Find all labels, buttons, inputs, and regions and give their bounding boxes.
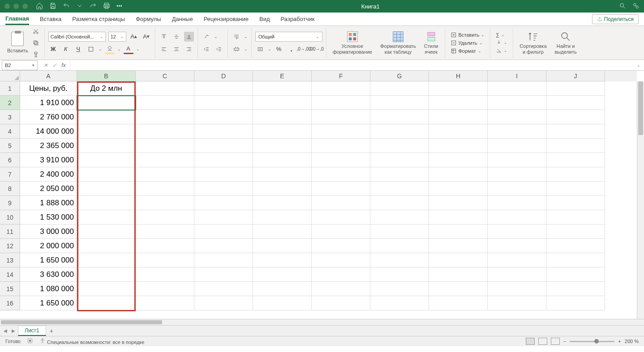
cell[interactable] bbox=[136, 153, 194, 167]
align-center-icon[interactable] bbox=[172, 44, 181, 54]
cell[interactable] bbox=[370, 253, 429, 267]
cell[interactable] bbox=[77, 225, 136, 239]
cell[interactable] bbox=[77, 282, 136, 296]
merge-icon[interactable] bbox=[232, 44, 241, 54]
cell[interactable] bbox=[370, 81, 429, 96]
cell[interactable] bbox=[546, 153, 605, 167]
cell-styles[interactable]: Стилиячеек bbox=[421, 31, 441, 54]
increase-decimal-icon[interactable]: ,0→,00 bbox=[299, 44, 309, 54]
window-controls[interactable] bbox=[4, 4, 28, 9]
font-name-select[interactable]: Calibri (Основной...⌄ bbox=[48, 32, 106, 42]
percent-icon[interactable]: % bbox=[274, 44, 284, 54]
cell[interactable] bbox=[429, 139, 488, 153]
decrease-font-icon[interactable]: A▾ bbox=[142, 32, 151, 42]
cell[interactable] bbox=[370, 153, 429, 167]
cell[interactable] bbox=[194, 196, 253, 210]
cell[interactable] bbox=[77, 124, 136, 139]
autosum[interactable]: ∑⌄ bbox=[494, 31, 509, 38]
cell[interactable] bbox=[253, 267, 312, 282]
cell[interactable] bbox=[136, 124, 194, 139]
row-header[interactable]: 14 bbox=[0, 267, 20, 282]
sort-filter[interactable]: Сортировкаи фильтр bbox=[517, 31, 549, 54]
cell[interactable] bbox=[429, 96, 488, 110]
cell[interactable] bbox=[312, 210, 370, 225]
cell[interactable] bbox=[136, 182, 194, 196]
row-header[interactable]: 15 bbox=[0, 282, 20, 296]
cell[interactable] bbox=[312, 96, 370, 110]
tab-insert[interactable]: Вставка bbox=[40, 14, 61, 24]
zoom-out-icon[interactable]: − bbox=[563, 339, 566, 344]
tab-review[interactable]: Рецензирование bbox=[204, 14, 249, 24]
cell[interactable] bbox=[136, 210, 194, 225]
share-button[interactable]: Поделиться bbox=[592, 14, 639, 24]
cell[interactable]: 1 650 000 bbox=[20, 296, 77, 310]
cell[interactable] bbox=[429, 196, 488, 210]
cell[interactable] bbox=[370, 96, 429, 110]
cell[interactable] bbox=[546, 182, 605, 196]
cell[interactable] bbox=[77, 239, 136, 253]
column-header-F[interactable]: F bbox=[312, 71, 370, 81]
cell[interactable] bbox=[253, 253, 312, 267]
tab-formulas[interactable]: Формулы bbox=[136, 14, 161, 24]
cell[interactable] bbox=[370, 139, 429, 153]
row-header[interactable]: 13 bbox=[0, 253, 20, 267]
cell[interactable] bbox=[77, 139, 136, 153]
cell[interactable] bbox=[488, 296, 546, 310]
cut-icon[interactable] bbox=[31, 26, 41, 36]
cell[interactable] bbox=[253, 225, 312, 239]
cell[interactable] bbox=[77, 253, 136, 267]
cell[interactable]: 2 050 000 bbox=[20, 182, 77, 196]
row-header[interactable]: 4 bbox=[0, 124, 20, 139]
cell[interactable] bbox=[136, 296, 194, 310]
cell[interactable] bbox=[312, 182, 370, 196]
wrap-text-icon[interactable] bbox=[232, 32, 241, 42]
save-icon[interactable] bbox=[49, 2, 56, 11]
cell[interactable] bbox=[370, 196, 429, 210]
cell[interactable] bbox=[370, 182, 429, 196]
cell[interactable]: 1 910 000 bbox=[20, 96, 77, 110]
cell[interactable] bbox=[253, 124, 312, 139]
cell[interactable] bbox=[370, 282, 429, 296]
cell[interactable] bbox=[370, 124, 429, 139]
cell[interactable] bbox=[253, 210, 312, 225]
normal-view-icon[interactable] bbox=[526, 338, 535, 345]
column-header-B[interactable]: B bbox=[77, 71, 136, 81]
cell[interactable] bbox=[488, 153, 546, 167]
cell[interactable] bbox=[488, 167, 546, 182]
comma-icon[interactable]: , bbox=[287, 44, 296, 54]
cell[interactable] bbox=[194, 296, 253, 310]
record-macro-icon[interactable] bbox=[27, 338, 33, 345]
zoom-level[interactable]: 200 % bbox=[625, 339, 639, 344]
cell[interactable] bbox=[429, 239, 488, 253]
cell[interactable] bbox=[253, 153, 312, 167]
cell[interactable]: 14 000 000 bbox=[20, 124, 77, 139]
cell[interactable] bbox=[77, 196, 136, 210]
cell[interactable] bbox=[429, 296, 488, 310]
cell[interactable] bbox=[488, 196, 546, 210]
align-right-icon[interactable] bbox=[184, 44, 194, 54]
align-bottom-icon[interactable] bbox=[184, 32, 194, 42]
cell[interactable]: 2 000 000 bbox=[20, 239, 77, 253]
align-top-icon[interactable] bbox=[159, 32, 169, 42]
cell[interactable] bbox=[136, 239, 194, 253]
page-break-view-icon[interactable] bbox=[551, 338, 560, 345]
print-icon[interactable] bbox=[103, 2, 110, 11]
cell[interactable] bbox=[546, 210, 605, 225]
cell[interactable] bbox=[194, 253, 253, 267]
cell[interactable]: 1 650 000 bbox=[20, 253, 77, 267]
more-icon[interactable]: ••• bbox=[116, 3, 122, 9]
cell[interactable] bbox=[253, 196, 312, 210]
home-icon[interactable] bbox=[36, 2, 43, 11]
cell[interactable]: До 2 млн bbox=[77, 81, 136, 96]
cell[interactable] bbox=[253, 96, 312, 110]
cell[interactable] bbox=[253, 167, 312, 182]
cell[interactable] bbox=[194, 239, 253, 253]
align-middle-icon[interactable] bbox=[172, 32, 181, 42]
cell[interactable] bbox=[488, 96, 546, 110]
cell[interactable] bbox=[429, 81, 488, 96]
increase-indent-icon[interactable] bbox=[214, 44, 224, 54]
cell[interactable] bbox=[370, 225, 429, 239]
format-painter-icon[interactable] bbox=[31, 50, 41, 59]
cell[interactable] bbox=[370, 267, 429, 282]
number-format-select[interactable]: Общий⌄ bbox=[255, 32, 322, 42]
